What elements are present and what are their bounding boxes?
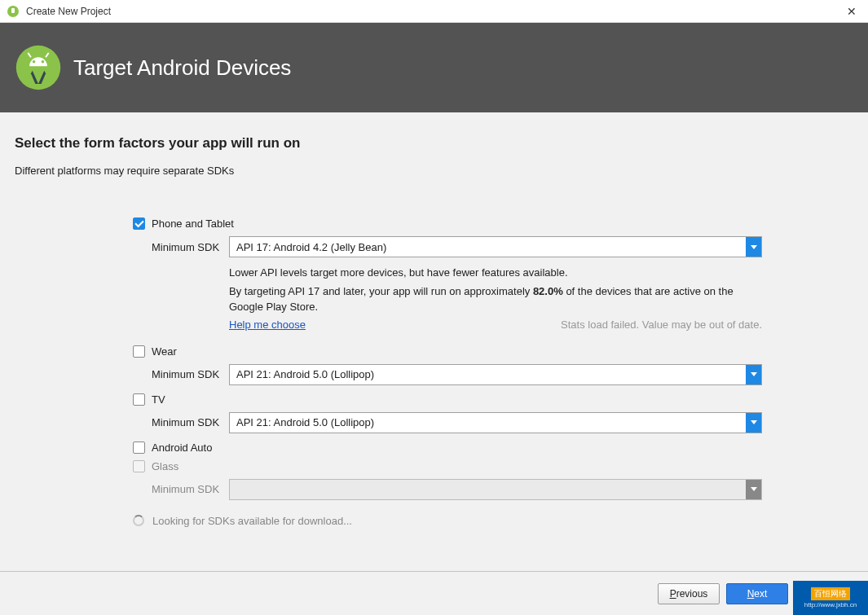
svg-point-3 (33, 60, 36, 64)
tv-sdk-label: Minimum SDK (152, 416, 229, 428)
checkbox-phone[interactable] (133, 217, 145, 230)
close-icon[interactable]: ✕ (842, 5, 861, 18)
watermark: 百恒网络 http://www.jxbh.cn (793, 581, 868, 615)
wear-sdk-value: API 21: Android 5.0 (Lollipop) (230, 368, 746, 380)
wear-sdk-label: Minimum SDK (152, 368, 229, 380)
phone-sdk-row: Minimum SDK API 17: Android 4.2 (Jelly B… (152, 236, 852, 257)
factor-auto-label: Android Auto (152, 441, 212, 454)
phone-info: Lower API levels target more devices, bu… (229, 266, 762, 315)
factor-glass-label: Glass (152, 460, 178, 472)
tv-sdk-row: Minimum SDK API 21: Android 5.0 (Lollipo… (152, 412, 852, 433)
page-title: Target Android Devices (73, 55, 291, 81)
main-heading: Select the form factors your app will ru… (15, 135, 852, 152)
loading-text: Looking for SDKs available for download.… (152, 515, 352, 527)
wear-sdk-select[interactable]: API 21: Android 5.0 (Lollipop) (229, 364, 762, 385)
checkbox-auto[interactable] (133, 441, 145, 454)
window-title: Create New Project (26, 6, 842, 17)
checkbox-glass (133, 460, 145, 472)
factor-tv-row: TV (133, 393, 852, 406)
factor-tv-label: TV (152, 393, 165, 406)
checkbox-tv[interactable] (133, 393, 145, 406)
glass-sdk-row: Minimum SDK (152, 479, 852, 500)
previous-button[interactable]: Previous (658, 583, 720, 604)
phone-info-line1: Lower API levels target more devices, bu… (229, 266, 762, 281)
android-logo-icon (15, 44, 62, 91)
chevron-down-icon (746, 365, 761, 384)
phone-info-percent: 82.0% (533, 285, 563, 297)
titlebar: Create New Project ✕ (0, 0, 868, 23)
chevron-down-icon (746, 480, 761, 499)
phone-sdk-value: API 17: Android 4.2 (Jelly Bean) (230, 241, 746, 253)
phone-help-row: Help me choose Stats load failed. Value … (229, 318, 762, 331)
spinner-icon (133, 515, 144, 526)
phone-sdk-select[interactable]: API 17: Android 4.2 (Jelly Bean) (229, 236, 762, 257)
watermark-top: 百恒网络 (811, 587, 850, 600)
stats-fail-text: Stats load failed. Value may be out of d… (561, 318, 762, 331)
checkbox-wear[interactable] (133, 345, 145, 358)
factor-phone-label: Phone and Tablet (152, 217, 234, 230)
svg-point-4 (42, 60, 45, 64)
watermark-url: http://www.jxbh.cn (804, 601, 857, 608)
tv-sdk-select[interactable]: API 21: Android 5.0 (Lollipop) (229, 412, 762, 433)
content-area: Select the form factors your app will ru… (0, 112, 868, 571)
tv-sdk-value: API 21: Android 5.0 (Lollipop) (230, 416, 746, 428)
factor-phone-row: Phone and Tablet (133, 217, 852, 230)
factor-wear-label: Wear (152, 345, 177, 358)
chevron-down-icon (746, 413, 761, 433)
help-me-choose-link[interactable]: Help me choose (229, 318, 306, 331)
previous-rest: revious (676, 588, 708, 600)
android-studio-icon (7, 5, 20, 18)
loading-row: Looking for SDKs available for download.… (133, 515, 852, 527)
svg-point-2 (16, 46, 60, 90)
phone-sdk-label: Minimum SDK (152, 241, 229, 253)
previous-mnemonic: P (670, 588, 676, 600)
svg-rect-1 (11, 8, 15, 13)
factor-glass-row: Glass (133, 460, 852, 472)
glass-sdk-label: Minimum SDK (152, 483, 229, 495)
factor-wear-row: Wear (133, 345, 852, 358)
phone-info-2a: By targeting API 17 and later, your app … (229, 285, 533, 297)
phone-info-line2: By targeting API 17 and later, your app … (229, 284, 762, 315)
next-rest: ext (754, 588, 767, 600)
factor-auto-row: Android Auto (133, 441, 852, 454)
wear-sdk-row: Minimum SDK API 21: Android 5.0 (Lollipo… (152, 364, 852, 385)
form-area: Phone and Tablet Minimum SDK API 17: And… (15, 217, 852, 527)
header-band: Target Android Devices (0, 23, 868, 112)
next-button[interactable]: Next (726, 583, 788, 604)
button-bar: Previous Next Cancel (0, 571, 868, 615)
main-subtext: Different platforms may require separate… (15, 165, 852, 177)
glass-sdk-select (229, 479, 762, 500)
chevron-down-icon (746, 237, 761, 257)
